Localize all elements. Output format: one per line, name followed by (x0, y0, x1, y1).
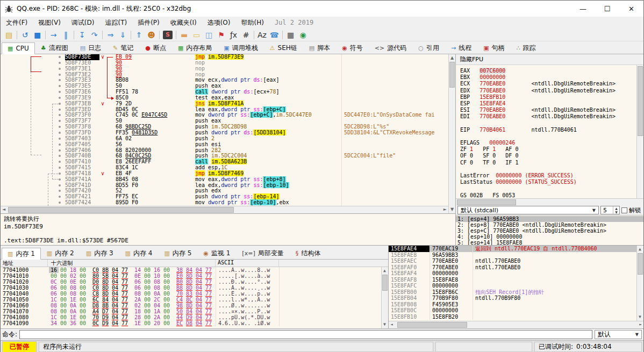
dump-byte[interactable]: 02 (68, 273, 78, 279)
dump-byte[interactable]: D9 (101, 320, 110, 326)
register-row[interactable] (460, 185, 636, 192)
dump-byte[interactable]: 00 (162, 279, 171, 285)
dump-row[interactable]: 7704104006000800C88D047708000A0070830477… (1, 291, 381, 297)
minimize-button[interactable]: — (571, 1, 595, 17)
dump-byte[interactable]: 0A (68, 303, 78, 308)
dump-row[interactable]: 770410801C001E0070D9047728002A0044D90477… (1, 314, 381, 320)
dump-byte[interactable]: 44 (175, 314, 184, 320)
comments-icon[interactable]: ▭ (190, 30, 203, 40)
dump-byte[interactable]: 00 (142, 320, 152, 326)
dump-row[interactable]: 770410200C000E00D08D047706000800B08D0477… (1, 279, 381, 285)
run-icon[interactable]: → (47, 30, 60, 40)
dump-byte[interactable]: 20 (152, 320, 162, 326)
dump-row[interactable]: 7704107008000A00A4D7047718001A0050840477… (1, 308, 381, 314)
dump-byte[interactable]: 10 (152, 273, 162, 279)
dump-byte[interactable]: 00 (142, 303, 152, 308)
tab-dump2[interactable]: ▥内存 2 (41, 247, 80, 259)
dump-byte[interactable]: 1E (68, 297, 78, 303)
tab-log[interactable]: ▤日志 (74, 42, 107, 54)
dump-byte[interactable]: 8D (184, 279, 194, 285)
scroll-thumb[interactable] (638, 253, 643, 275)
dump-byte[interactable]: 77 (204, 314, 213, 320)
register-row[interactable]: EDI 770EABE0 <ntdll.DbgUiRemoteBreakin> (460, 113, 636, 120)
dump-byte[interactable]: D8 (91, 303, 101, 308)
tab-references[interactable]: ○引用 (412, 42, 445, 54)
dump-byte[interactable]: 00 (162, 308, 171, 314)
pause-icon[interactable]: ‖ (60, 30, 72, 40)
dump-byte[interactable]: 8D (101, 279, 110, 285)
tab-seh[interactable]: ⚠SEH链 (264, 42, 303, 54)
breakpoint-dot[interactable] (59, 109, 61, 111)
dump-byte[interactable]: 04 (194, 285, 204, 291)
dump-byte[interactable]: 00 (162, 303, 171, 308)
scroll-thumb[interactable] (8, 207, 234, 213)
dump-byte[interactable]: 04 (110, 279, 120, 285)
dump-byte[interactable]: 18 (133, 308, 142, 314)
dump-byte[interactable]: 04 (194, 273, 204, 279)
menu-item-i[interactable]: 收藏夹(I) (165, 17, 202, 28)
dump-byte[interactable]: 1A (152, 308, 162, 314)
stack-hscrollbar[interactable]: ◄ ► (389, 321, 643, 328)
dump-row[interactable]: 770410501C001E006C8404772A002C00C48C0477… (1, 297, 381, 303)
tab-breakpoints[interactable]: ●断点 (139, 42, 172, 54)
breakpoint-dot[interactable] (59, 68, 61, 70)
stack-row[interactable]: 15E8FAF815E8FAE8 (389, 277, 636, 283)
dump-byte[interactable]: EC (175, 320, 184, 326)
dump-byte[interactable]: 06 (133, 285, 142, 291)
dump-byte[interactable]: 8B (101, 303, 110, 308)
hash-icon[interactable]: # (240, 30, 252, 40)
tab-watch1[interactable]: ◉监视 1 (197, 247, 236, 259)
breakpoint-dot[interactable] (59, 91, 61, 93)
step-over-icon[interactable]: ↷ (88, 30, 101, 40)
tab-dump1[interactable]: ▥内存 1 (2, 248, 41, 260)
breakpoint-dot[interactable] (59, 62, 61, 64)
calculator-icon[interactable]: ▦ (284, 30, 297, 40)
dump-byte[interactable]: C0 (91, 285, 101, 291)
register-row[interactable] (460, 166, 636, 173)
dump-byte[interactable]: 00 (162, 314, 171, 320)
disasm-vscrollbar[interactable]: ▲ ▼ (448, 54, 455, 213)
breakpoint-dot[interactable] (59, 126, 61, 128)
stack-row[interactable]: 15E8FAF0770EABE0ntdll.770EABE0 (389, 264, 636, 271)
dump-byte[interactable]: 04 (194, 303, 204, 308)
dump-byte[interactable]: 38 (175, 267, 184, 273)
dump-byte[interactable]: 00 (78, 314, 88, 320)
tab-dump3[interactable]: ▥内存 3 (80, 247, 119, 259)
dump-byte[interactable]: 6C (91, 297, 101, 303)
dump-byte[interactable]: 04 (110, 267, 120, 273)
dump-byte[interactable]: 00 (78, 308, 88, 314)
disasm-row[interactable]: 5D8F73E190nop (1, 66, 448, 72)
register-row[interactable]: EAX 007C6000 (460, 68, 636, 74)
dump-row[interactable]: 7704101000000200805B04770E001000E08D0477… (1, 273, 381, 279)
breakpoint-dot[interactable] (59, 114, 61, 116)
tab-dump5[interactable]: ▥内存 5 (158, 247, 197, 259)
breakpoint-dot[interactable] (59, 161, 61, 163)
dump-byte[interactable]: 00 (59, 291, 68, 297)
stack-row[interactable]: 15E8FAF400000000 (389, 270, 636, 277)
register-row[interactable]: ESP 15E8FAE4 (460, 100, 636, 107)
dump-row[interactable]: 77041090340036000CD904771E002000ECD80477… (1, 320, 381, 326)
tab-memory-map[interactable]: ▦内存布局 (172, 42, 218, 54)
register-row[interactable]: ESI 770EABE0 <ntdll.DbgUiRemoteBreakin> (460, 107, 636, 113)
disasm-row[interactable]: 5D8F7424895D F0mov dword ptr ss:[ebp-10]… (1, 200, 448, 206)
tab-notes[interactable]: ✎笔记 (107, 42, 139, 54)
tab-threads[interactable]: →线程 (445, 42, 477, 54)
tab-graph[interactable]: ♣流程图 (35, 42, 74, 54)
dump-byte[interactable]: 77 (204, 303, 213, 308)
register-row[interactable]: EBP 15E8FB10 (460, 94, 636, 100)
dump-byte[interactable]: 08 (68, 291, 78, 297)
arguments-list[interactable]: 1: [esp+4] 96A59BB32: [esp+8] 770EABE0 <… (456, 215, 643, 245)
dump-byte[interactable]: 77 (120, 267, 130, 273)
breakpoint-dot[interactable] (59, 202, 61, 204)
dump-byte[interactable]: 08 (133, 291, 142, 297)
dump-byte[interactable]: 04 (194, 267, 204, 273)
maximize-button[interactable]: ☐ (595, 1, 619, 17)
stack-row[interactable]: 15E8FB04770B9F80ntdll.770B9F80 (389, 295, 636, 301)
open-file-icon[interactable]: ▤ (3, 30, 15, 40)
dump-byte[interactable]: 2A (152, 314, 162, 320)
stack-row[interactable]: 15E8FAE4770EAC19返回到 ntdll.770EAC19 自 ntd… (389, 246, 636, 252)
breakpoint-dot[interactable] (59, 173, 61, 175)
dump-byte[interactable]: C0 (91, 267, 101, 273)
dump-byte[interactable]: 04 (110, 273, 120, 279)
dump-byte[interactable]: 77 (204, 279, 213, 285)
